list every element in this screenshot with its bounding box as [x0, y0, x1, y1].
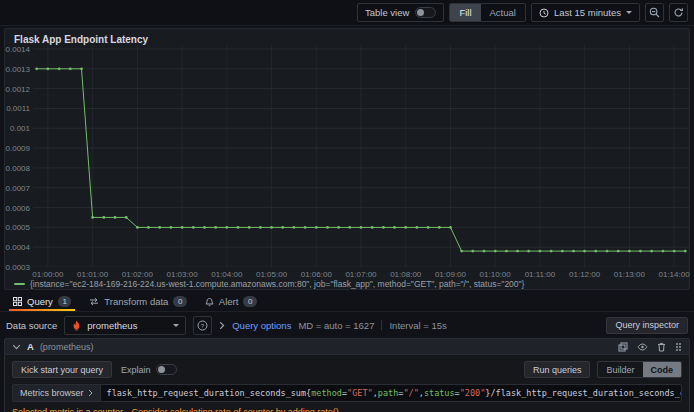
prometheus-icon	[71, 320, 82, 331]
code-option[interactable]: Code	[643, 362, 682, 377]
datasource-row: Data source prometheus ? Query options M…	[0, 314, 694, 336]
chevron-right-icon	[219, 321, 225, 330]
divider	[381, 320, 382, 330]
svg-text:?: ?	[201, 322, 205, 328]
y-tick-label: 0.0008	[5, 164, 30, 173]
datasource-label: Data source	[6, 320, 57, 331]
datasource-value: prometheus	[87, 320, 137, 331]
grafana-panel-editor: Table view Fill Actual Last 15 minutes F…	[0, 0, 694, 412]
run-queries-button[interactable]: Run queries	[524, 361, 591, 378]
y-tick-label: 0.0006	[5, 204, 30, 213]
x-tick-label: 01:14:00	[652, 270, 694, 279]
chevron-down-icon	[626, 11, 632, 14]
bell-icon	[205, 297, 214, 307]
tab-transform-label: Transform data	[104, 296, 168, 307]
max-data-points-text: MD = auto = 1627	[298, 320, 374, 331]
tab-alert[interactable]: Alert 0	[196, 292, 266, 311]
y-tick-label: 0.0013	[5, 65, 30, 74]
x-tick-label: 01:04:00	[205, 270, 249, 279]
y-tick-label: 0.0009	[5, 144, 30, 153]
latency-chart-plot	[33, 45, 689, 267]
y-tick-label: 0.0004	[5, 243, 30, 252]
expression-row: Metrics browser flask_http_request_durat…	[12, 384, 682, 402]
x-tick-label: 01:08:00	[384, 270, 428, 279]
query-toolbar-right: Run queries Builder Code	[524, 361, 682, 378]
tab-query[interactable]: Query 1	[4, 292, 80, 311]
x-tick-label: 01:13:00	[607, 270, 651, 279]
latency-panel: Flask App Endpoint Latency 0.00140.00130…	[4, 28, 690, 290]
x-tick-label: 01:09:00	[428, 270, 472, 279]
y-tick-label: 0.0012	[5, 85, 30, 94]
explain-label: Explain	[121, 365, 151, 375]
x-tick-label: 01:05:00	[250, 270, 294, 279]
chevron-down-icon	[12, 344, 21, 350]
magnifier-minus-icon	[649, 7, 660, 18]
warning-text: Selected metric is a counter.	[12, 407, 125, 412]
counter-warning: Selected metric is a counter. Consider c…	[12, 407, 682, 412]
x-tick-label: 01:00:00	[26, 270, 70, 279]
trash-icon[interactable]	[657, 342, 666, 352]
duplicate-icon[interactable]	[618, 342, 628, 352]
tab-alert-label: Alert	[219, 296, 239, 307]
question-circle-icon: ?	[197, 320, 208, 331]
series-color-dash	[14, 283, 25, 285]
editor-tabs: Query 1 Transform data 0 Alert 0	[0, 292, 694, 312]
interval-text: Interval = 15s	[389, 320, 446, 331]
builder-option[interactable]: Builder	[598, 362, 642, 377]
warning-link[interactable]: Consider calculating rate of counter by …	[132, 407, 342, 412]
tab-alert-count: 0	[243, 296, 256, 307]
topbar: Table view Fill Actual Last 15 minutes	[0, 0, 694, 26]
legend-item[interactable]: {instance="ec2-184-169-216-224.us-west-1…	[14, 279, 524, 289]
y-tick-label: 0.0007	[5, 184, 30, 193]
datasource-select[interactable]: prometheus	[64, 316, 186, 335]
tab-transform-count: 0	[173, 296, 186, 307]
tab-transform-data[interactable]: Transform data 0	[80, 292, 196, 311]
drag-handle-icon[interactable]	[675, 342, 682, 352]
refresh-button[interactable]	[669, 3, 688, 22]
actual-button[interactable]: Actual	[481, 4, 525, 21]
zoom-out-button[interactable]	[645, 3, 664, 22]
table-view-label: Table view	[365, 7, 409, 18]
x-tick-label: 01:10:00	[473, 270, 517, 279]
tab-query-label: Query	[27, 296, 53, 307]
y-tick-label: 0.0011	[5, 104, 30, 113]
x-tick-label: 01:02:00	[115, 270, 159, 279]
time-range-picker[interactable]: Last 15 minutes	[531, 3, 640, 22]
x-tick-label: 01:03:00	[160, 270, 204, 279]
x-tick-label: 01:11:00	[518, 270, 562, 279]
query-toolbar: Kick start your query Explain Run querie…	[12, 361, 682, 378]
fill-actual-group: Fill Actual	[449, 3, 526, 22]
series-label: {instance="ec2-184-169-216-224.us-west-1…	[30, 279, 524, 289]
x-tick-label: 01:07:00	[339, 270, 383, 279]
query-row-actions	[618, 342, 682, 352]
query-card: A (prometheus) Kick start your query Exp…	[4, 338, 690, 412]
explain-toggle[interactable]	[156, 364, 177, 375]
tab-query-count: 1	[58, 296, 71, 307]
y-tick-label: 0.001	[5, 124, 30, 133]
transform-icon	[89, 297, 99, 306]
query-inspector-button[interactable]: Query inspector	[606, 317, 688, 334]
latency-chart: 0.00140.00130.00120.00110.0010.00090.000…	[5, 29, 689, 289]
table-view-toggle[interactable]	[415, 7, 436, 18]
promql-expression-input[interactable]: flask_http_request_duration_seconds_sum{…	[101, 384, 682, 402]
query-row-body: Kick start your query Explain Run querie…	[4, 355, 690, 412]
metrics-browser-label: Metrics browser	[20, 388, 84, 398]
x-tick-label: 01:12:00	[563, 270, 607, 279]
query-row-header[interactable]: A (prometheus)	[4, 338, 690, 355]
builder-code-switch: Builder Code	[597, 361, 682, 378]
query-datasource-hint: (prometheus)	[40, 342, 94, 352]
query-icon	[13, 297, 22, 306]
y-tick-label: 0.0014	[5, 45, 30, 54]
query-ref-id: A	[27, 341, 34, 352]
query-options-toggle[interactable]: Query options	[232, 320, 291, 331]
datasource-help-button[interactable]: ?	[193, 316, 212, 335]
fill-button[interactable]: Fill	[450, 4, 480, 21]
clock-icon	[539, 8, 549, 18]
eye-icon[interactable]	[637, 343, 648, 351]
kick-start-query-button[interactable]: Kick start your query	[12, 361, 112, 378]
chevron-right-icon	[88, 389, 93, 397]
x-tick-label: 01:06:00	[294, 270, 338, 279]
metrics-browser-button[interactable]: Metrics browser	[12, 384, 101, 402]
x-tick-label: 01:01:00	[71, 270, 115, 279]
chevron-down-icon	[173, 324, 179, 327]
